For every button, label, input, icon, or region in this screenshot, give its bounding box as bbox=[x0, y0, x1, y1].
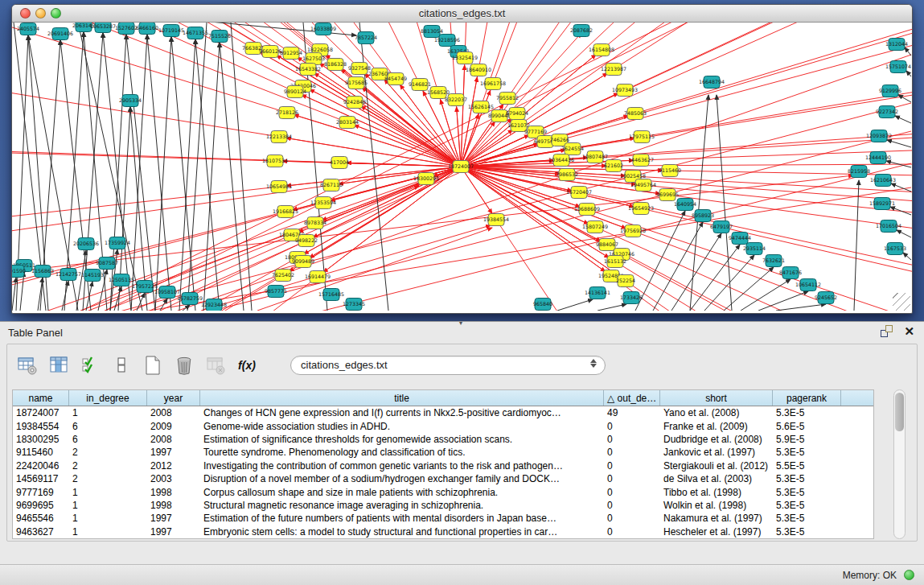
column-header[interactable]: short bbox=[660, 390, 773, 406]
graph-node[interactable]: 10719145 bbox=[158, 25, 184, 37]
table-cell[interactable]: 0 bbox=[604, 500, 660, 511]
graph-node[interactable]: 12213384 bbox=[266, 131, 292, 143]
graph-node[interactable]: 8912954 bbox=[280, 47, 302, 60]
graph-node[interactable]: 8215958 bbox=[848, 166, 870, 178]
graph-node[interactable]: 7485063 bbox=[624, 108, 647, 120]
table-cell[interactable]: Hescheler et al. (1997) bbox=[660, 526, 773, 538]
graph-node[interactable]: 18300295 bbox=[413, 173, 439, 185]
table-cell[interactable]: Estimation of significance thresholds fo… bbox=[200, 434, 604, 445]
table-cell[interactable]: 0 bbox=[604, 434, 660, 445]
table-cell[interactable]: Tibbo et al. (1998) bbox=[660, 487, 773, 498]
graph-node[interactable]: 1156863 bbox=[31, 266, 54, 278]
graph-node[interactable]: 6479197 bbox=[710, 221, 733, 233]
graph-node[interactable]: 9175685 bbox=[345, 77, 368, 89]
graph-node[interactable]: 6794024 bbox=[506, 108, 528, 120]
table-cell[interactable]: 0 bbox=[604, 447, 660, 458]
graph-node[interactable]: 9146821 bbox=[409, 79, 431, 91]
table-cell[interactable]: 2 bbox=[69, 473, 147, 484]
graph-node[interactable]: 1273345 bbox=[343, 299, 365, 311]
table-cell[interactable]: Genome-wide association studies in ADHD. bbox=[200, 421, 604, 432]
table-cell[interactable]: 0 bbox=[604, 460, 660, 472]
graph-node[interactable]: 20364436 bbox=[548, 154, 574, 167]
table-cell[interactable]: Wolkin et al. (1998) bbox=[660, 500, 773, 511]
table-cell[interactable]: 0 bbox=[604, 526, 660, 538]
table-row[interactable]: 1456911722003Disruption of a novel membe… bbox=[13, 472, 873, 485]
table-cell[interactable]: 5.3E-5 bbox=[773, 407, 841, 418]
table-cell[interactable]: Nakamura et al. (1997) bbox=[660, 513, 773, 524]
graph-node[interactable]: 252254 bbox=[616, 275, 635, 287]
table-cell[interactable]: Yano et al. (2008) bbox=[660, 407, 773, 418]
table-cell[interactable]: 19384554 bbox=[13, 421, 69, 432]
table-cell[interactable]: 0 bbox=[604, 513, 660, 524]
graph-node[interactable]: 2718126 bbox=[276, 107, 298, 119]
table-cell[interactable]: Corpus callosum shape and size in male p… bbox=[200, 487, 604, 498]
graph-node[interactable]: 7625402 bbox=[272, 270, 294, 282]
graph-node[interactable]: 2905334 bbox=[119, 95, 142, 107]
table-cell[interactable]: Stergiakouli et al. (2012) bbox=[660, 460, 773, 472]
graph-node[interactable]: 1640954 bbox=[674, 199, 696, 211]
graph-node[interactable]: 2803144 bbox=[336, 117, 359, 129]
table-cell[interactable]: 2008 bbox=[147, 434, 200, 445]
graph-node[interactable]: 1145193 bbox=[81, 270, 104, 282]
table-cell[interactable]: 5.3E-5 bbox=[773, 473, 841, 484]
table-cell[interactable]: 18724007 bbox=[13, 407, 69, 418]
table-cell[interactable]: 2009 bbox=[147, 421, 200, 432]
graph-node[interactable]: 8267110 bbox=[320, 179, 343, 192]
table-cell[interactable]: 14569117 bbox=[13, 473, 69, 484]
graph-node[interactable]: 8958923 bbox=[692, 210, 714, 222]
table-cell[interactable]: 9115460 bbox=[13, 447, 69, 458]
table-row[interactable]: 2242004622012Investigating the contribut… bbox=[13, 459, 873, 472]
graph-node[interactable]: 391590 bbox=[12, 266, 26, 278]
table-cell[interactable]: 5.6E-5 bbox=[773, 421, 841, 432]
graph-node[interactable]: 16210643 bbox=[870, 175, 896, 187]
close-panel-icon[interactable]: ✕ bbox=[904, 325, 914, 337]
graph-node[interactable]: 20691406 bbox=[47, 28, 73, 40]
table-cell[interactable]: 0 bbox=[604, 487, 660, 498]
graph-node[interactable]: 9242848 bbox=[343, 97, 366, 109]
column-header[interactable]: in_degree bbox=[69, 390, 147, 406]
graph-node[interactable]: 15716485 bbox=[318, 289, 344, 301]
table-row[interactable]: 1830029562008Estimation of significance … bbox=[13, 433, 873, 446]
table-cell[interactable]: 0 bbox=[604, 421, 660, 432]
graph-node[interactable]: 1615132 bbox=[604, 256, 626, 268]
column-header[interactable]: △ out_de… bbox=[604, 390, 660, 406]
table-cell[interactable]: Changes of HCN gene expression and I(f) … bbox=[200, 407, 604, 418]
graph-node[interactable]: 12142757 bbox=[55, 269, 81, 281]
table-cell[interactable]: 9463627 bbox=[13, 526, 69, 538]
window-titlebar[interactable]: citations_edges.txt bbox=[12, 5, 912, 23]
table-cell[interactable]: 1 bbox=[69, 487, 147, 498]
row-selector-icon[interactable] bbox=[111, 355, 132, 376]
new-file-icon[interactable] bbox=[142, 355, 163, 376]
table-cell[interactable]: Franke et al. (2009) bbox=[660, 421, 773, 432]
table-scrollbar[interactable] bbox=[893, 389, 906, 539]
table-cell[interactable]: Tourette syndrome. Phenomenology and cla… bbox=[200, 447, 604, 458]
table-cell[interactable]: 5.9E-5 bbox=[773, 434, 841, 445]
table-cell[interactable]: de Silva et al. (2003) bbox=[660, 473, 773, 484]
table-cell[interactable]: 9777169 bbox=[13, 487, 69, 498]
graph-node[interactable]: 417004 bbox=[330, 157, 349, 169]
graph-node[interactable]: 6466160 bbox=[136, 23, 158, 35]
table-row[interactable]: 1938455462009Genome-wide association stu… bbox=[13, 419, 873, 432]
graph-node[interactable]: 20206536 bbox=[73, 238, 99, 250]
table-row[interactable]: 969969511998Structural magnetic resonanc… bbox=[13, 499, 873, 512]
graph-node[interactable]: 965840 bbox=[533, 299, 552, 311]
table-cell[interactable]: 1998 bbox=[147, 500, 200, 511]
table-row[interactable]: 977716911998Corpus callosum shape and si… bbox=[13, 485, 873, 498]
graph-node[interactable]: 8186328 bbox=[324, 59, 347, 71]
table-row[interactable]: 911546021997Tourette syndrome. Phenomeno… bbox=[13, 446, 873, 459]
table-cell[interactable]: 6 bbox=[69, 421, 147, 432]
graph-node[interactable]: 9129996 bbox=[879, 85, 901, 97]
table-cell[interactable]: 2003 bbox=[147, 473, 200, 484]
table-cell[interactable]: 5.3E-5 bbox=[773, 526, 841, 538]
table-cell[interactable]: 5.3E-5 bbox=[773, 513, 841, 524]
graph-node[interactable]: 19166825 bbox=[273, 206, 298, 218]
graph-node[interactable]: 2405574 bbox=[17, 23, 39, 35]
graph-node[interactable]: 16154808 bbox=[589, 44, 614, 56]
column-header[interactable]: name bbox=[13, 390, 69, 406]
graph-node[interactable]: 10653287 bbox=[90, 23, 116, 33]
table-cell[interactable]: 5.3E-5 bbox=[773, 447, 841, 458]
column-header[interactable]: pagerank bbox=[773, 390, 841, 406]
graph-node[interactable]: 9890124 bbox=[284, 86, 306, 98]
table-cell[interactable]: 2012 bbox=[147, 460, 200, 472]
checklist-icon[interactable] bbox=[80, 355, 101, 376]
